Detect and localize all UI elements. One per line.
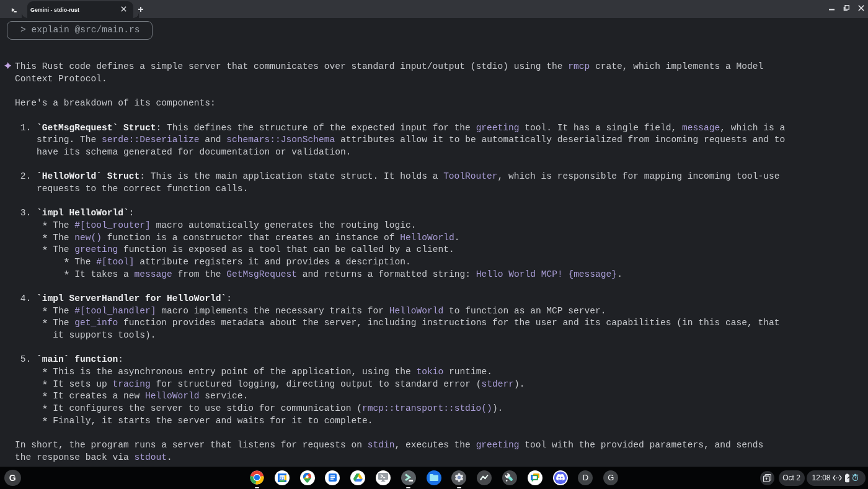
svg-text:31: 31 — [280, 475, 285, 480]
